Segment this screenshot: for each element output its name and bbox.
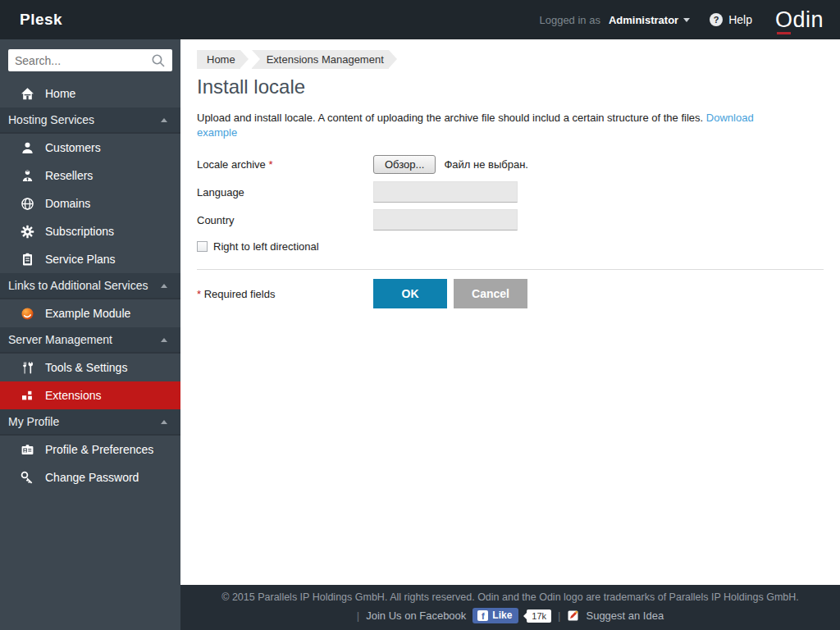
section-label: Server Management — [8, 333, 161, 346]
collapse-caret-icon — [161, 420, 167, 424]
globe-icon — [21, 197, 34, 211]
like-label: Like — [492, 609, 512, 621]
customers-icon — [21, 141, 34, 155]
sidebar-item-label: Profile & Preferences — [45, 443, 153, 456]
suggest-idea-icon — [567, 609, 579, 622]
sidebar-section-my-profile[interactable]: My Profile — [0, 409, 180, 436]
sidebar-section-additional-services[interactable]: Links to Additional Services — [0, 273, 180, 299]
sidebar-item-label: Tools & Settings — [45, 361, 127, 374]
description-text: Upload and install locale. A content of … — [197, 112, 703, 124]
sidebar-item-subscriptions[interactable]: Subscriptions — [0, 217, 180, 245]
suggest-idea-link[interactable]: Suggest an Idea — [586, 609, 664, 622]
breadcrumb-home[interactable]: Home — [197, 50, 240, 69]
tools-icon — [21, 361, 34, 375]
note-text: Required fields — [204, 288, 276, 300]
logged-in-as-label: Logged in as — [539, 14, 600, 26]
sidebar-item-label: Resellers — [45, 169, 93, 182]
sidebar-item-profile-preferences[interactable]: Profile & Preferences — [0, 436, 180, 463]
form-actions: * Required fields OK Cancel — [197, 279, 824, 308]
language-label: Language — [197, 186, 373, 199]
top-bar: Plesk Logged in as Administrator ? Help … — [0, 0, 840, 39]
search-icon[interactable] — [151, 53, 166, 68]
rtl-checkbox-row: Right to left directional — [197, 240, 824, 253]
collapse-caret-icon — [161, 284, 167, 288]
copyright-text: © 2015 Parallels IP Holdings GmbH. All r… — [221, 591, 799, 603]
user-menu[interactable]: Administrator — [609, 14, 690, 26]
country-row: Country — [197, 209, 824, 231]
sidebar-item-tools-settings[interactable]: Tools & Settings — [0, 354, 180, 381]
install-locale-form: Locale archive * Обзор... Файл не выбран… — [197, 153, 824, 308]
sidebar-item-label: Home — [45, 87, 75, 100]
chevron-down-icon — [683, 18, 690, 22]
content: Home Extensions Management Install local… — [180, 39, 840, 585]
key-icon — [21, 471, 34, 485]
browse-file-button[interactable]: Обзор... — [373, 155, 436, 174]
collapse-caret-icon — [161, 118, 167, 122]
rtl-checkbox-label[interactable]: Right to left directional — [213, 240, 319, 253]
like-count-badge[interactable]: 17k — [527, 609, 551, 623]
page-description: Upload and install locale. A content of … — [197, 111, 796, 140]
topbar-right: Logged in as Administrator ? Help Odin — [539, 7, 824, 33]
form-divider — [197, 269, 824, 270]
odin-logo: Odin — [775, 7, 824, 33]
user-name: Administrator — [609, 14, 678, 26]
ok-button[interactable]: OK — [373, 279, 447, 308]
join-facebook-link[interactable]: Join Us on Facebook — [366, 609, 466, 622]
sidebar: Home Hosting Services Customers Reseller… — [0, 39, 180, 630]
sidebar-item-resellers[interactable]: Resellers — [0, 162, 180, 189]
sidebar-item-label: Domains — [45, 197, 90, 210]
help-icon: ? — [710, 13, 723, 26]
help-label: Help — [728, 13, 752, 26]
main-area: Home Extensions Management Install local… — [180, 39, 840, 630]
file-status-text: Файл не выбран. — [444, 158, 528, 171]
home-icon — [21, 87, 34, 101]
facebook-icon: f — [477, 610, 488, 621]
language-input[interactable] — [373, 181, 518, 203]
sidebar-item-service-plans[interactable]: Service Plans — [0, 245, 180, 273]
sidebar-item-label: Extensions — [45, 389, 101, 402]
section-label: Hosting Services — [8, 113, 161, 126]
sidebar-section-hosting-services[interactable]: Hosting Services — [0, 107, 180, 134]
language-row: Language — [197, 181, 824, 203]
rtl-checkbox[interactable] — [197, 241, 208, 252]
clipboard-icon — [21, 253, 34, 267]
help-button[interactable]: ? Help — [710, 13, 752, 26]
collapse-caret-icon — [161, 338, 167, 342]
locale-archive-label: Locale archive * — [197, 158, 373, 171]
label-text: Locale archive — [197, 158, 266, 171]
country-input[interactable] — [373, 209, 518, 231]
page-title: Install locale — [197, 75, 824, 98]
sidebar-item-label: Service Plans — [45, 253, 116, 266]
sidebar-item-example-module[interactable]: Example Module — [0, 299, 180, 327]
module-ball-icon — [21, 307, 34, 321]
sidebar-item-label: Example Module — [45, 307, 130, 320]
sidebar-section-server-management[interactable]: Server Management — [0, 327, 180, 354]
facebook-like-button[interactable]: f Like — [472, 608, 518, 623]
plesk-logo: Plesk — [20, 11, 62, 29]
sidebar-item-extensions[interactable]: Extensions — [0, 381, 180, 409]
id-card-icon — [21, 443, 34, 457]
required-asterisk: * — [197, 288, 201, 300]
sidebar-item-label: Change Password — [45, 471, 139, 484]
required-fields-note: * Required fields — [197, 288, 373, 300]
sidebar-item-customers[interactable]: Customers — [0, 134, 180, 162]
sidebar-item-home[interactable]: Home — [0, 80, 180, 107]
gear-icon — [21, 225, 34, 239]
search-input[interactable] — [8, 49, 172, 71]
sidebar-item-label: Customers — [45, 141, 101, 154]
footer: © 2015 Parallels IP Holdings GmbH. All r… — [180, 585, 840, 630]
required-asterisk: * — [268, 158, 272, 171]
locale-archive-row: Locale archive * Обзор... Файл не выбран… — [197, 153, 824, 175]
country-label: Country — [197, 214, 373, 226]
footer-links: | Join Us on Facebook f Like 17k | Sugge… — [357, 608, 664, 623]
blocks-icon — [21, 389, 34, 403]
separator: | — [558, 609, 560, 622]
section-label: Links to Additional Services — [8, 279, 161, 292]
resellers-icon — [21, 169, 34, 183]
sidebar-item-domains[interactable]: Domains — [0, 189, 180, 217]
breadcrumb-extensions-management[interactable]: Extensions Management — [252, 50, 389, 69]
sidebar-item-change-password[interactable]: Change Password — [0, 463, 180, 491]
section-label: My Profile — [8, 415, 161, 428]
cancel-button[interactable]: Cancel — [454, 279, 527, 308]
search-container — [0, 39, 180, 80]
